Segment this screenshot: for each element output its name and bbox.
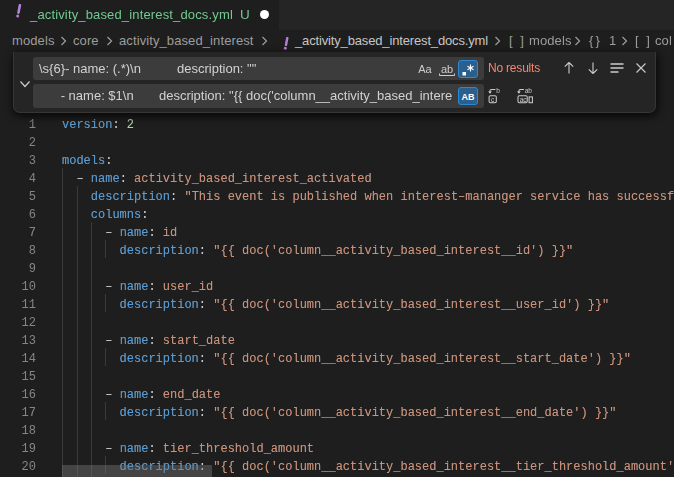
svg-text:b: b	[496, 87, 500, 94]
svg-text:ab: ab	[525, 87, 533, 94]
svg-text:c: c	[491, 96, 495, 103]
svg-text:ac: ac	[520, 96, 528, 103]
